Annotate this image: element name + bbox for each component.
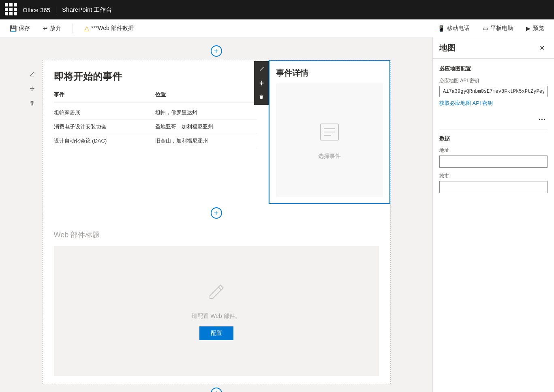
trash-icon bbox=[259, 94, 264, 100]
edit-section-button[interactable] bbox=[26, 68, 38, 80]
event-detail-webpart: 事件详情 选择事件 bbox=[269, 60, 390, 204]
city-input[interactable] bbox=[439, 181, 548, 193]
toolbar: 💾 保存 ↩ 放弃 △ ***Web 部件数据 📱 移动电话 ▭ 平板电脑 ▶ … bbox=[0, 19, 554, 37]
right-panel-body: 必应地图配置 必应地图 API 密钥 获取必应地图 API 密钥 ⋯ 数据 地址… bbox=[433, 59, 554, 392]
trash-icon bbox=[29, 100, 35, 106]
mobile-icon: 📱 bbox=[438, 25, 445, 32]
event-detail-placeholder-text: 选择事件 bbox=[318, 153, 341, 160]
canvas-area: + bbox=[0, 37, 432, 392]
table-row[interactable]: 坦帕家居展 坦帕，佛罗里达州 bbox=[54, 106, 257, 120]
address-label: 地址 bbox=[439, 147, 548, 154]
webpart-move-button[interactable] bbox=[255, 77, 268, 89]
webpart-delete-button[interactable] bbox=[255, 90, 268, 103]
canvas-inner: + bbox=[0, 37, 432, 392]
edit-icon bbox=[259, 66, 264, 72]
app-name: Office 365 bbox=[23, 6, 56, 13]
right-panel-close-button[interactable]: ✕ bbox=[536, 42, 548, 53]
col-location-header: 位置 bbox=[155, 91, 257, 98]
move-icon bbox=[29, 86, 35, 92]
main-layout: + bbox=[0, 37, 554, 392]
address-input[interactable] bbox=[439, 156, 548, 168]
left-side-panel bbox=[26, 68, 38, 109]
event-location: 坦帕，佛罗里达州 bbox=[155, 109, 257, 116]
tablet-icon: ▭ bbox=[483, 25, 488, 32]
preview-button[interactable]: ▶ 预览 bbox=[523, 23, 548, 34]
map-webpart-title: Web 部件标题 bbox=[54, 230, 379, 240]
event-detail-title: 事件详情 bbox=[276, 68, 383, 79]
table-row[interactable]: 设计自动化会议 (DAC) 旧金山，加利福尼亚州 bbox=[54, 134, 257, 148]
map-placeholder: 请配置 Web 部件。 配置 bbox=[54, 246, 379, 376]
events-webpart-title: 即将开始的事件 bbox=[54, 70, 257, 83]
webpart-edit-button[interactable] bbox=[255, 63, 268, 76]
events-table: 事件 位置 坦帕家居展 坦帕，佛罗里达州 消费电子设计安装协会 圣地亚哥，加利福… bbox=[54, 91, 257, 148]
event-location: 圣地亚哥，加利福尼亚州 bbox=[155, 123, 257, 130]
toolbar-separator bbox=[73, 23, 73, 33]
city-label: 城市 bbox=[439, 173, 548, 179]
pencil-icon bbox=[29, 71, 35, 77]
top-nav: Office 365 SharePoint 工作台 bbox=[0, 0, 554, 19]
delete-section-button[interactable] bbox=[26, 98, 38, 109]
events-table-header: 事件 位置 bbox=[54, 91, 257, 102]
event-location: 旧金山，加利福尼亚州 bbox=[155, 137, 257, 145]
event-name: 消费电子设计安装协会 bbox=[54, 123, 156, 130]
move-icon bbox=[259, 80, 264, 86]
map-placeholder-text: 请配置 Web 部件。 bbox=[192, 313, 240, 320]
map-config-button[interactable]: 配置 bbox=[199, 326, 233, 340]
more-dots-icon: ⋯ bbox=[538, 115, 546, 124]
event-detail-placeholder: 选择事件 bbox=[276, 83, 383, 197]
tablet-view-button[interactable]: ▭ 平板电脑 bbox=[479, 23, 516, 34]
close-icon: ✕ bbox=[539, 44, 545, 52]
events-webpart: 即将开始的事件 事件 位置 坦帕家居展 坦帕，佛罗里达州 消费电 bbox=[43, 60, 269, 204]
right-panel-header: 地图 ✕ bbox=[433, 37, 554, 59]
undo-icon: ↩ bbox=[43, 25, 48, 32]
add-row-top-button[interactable]: + bbox=[211, 45, 222, 57]
discard-button[interactable]: ↩ 放弃 bbox=[40, 23, 64, 34]
right-panel: 地图 ✕ 必应地图配置 必应地图 API 密钥 获取必应地图 API 密钥 ⋯ … bbox=[432, 37, 554, 392]
map-webpart-row: Web 部件标题 请配置 Web 部件。 配置 bbox=[43, 222, 390, 384]
more-options-button[interactable]: ⋯ bbox=[536, 113, 548, 125]
table-row[interactable]: 消费电子设计安装协会 圣地亚哥，加利福尼亚州 bbox=[54, 120, 257, 134]
web-part-row: 即将开始的事件 事件 位置 坦帕家居展 坦帕，佛罗里达州 消费电 bbox=[43, 60, 390, 204]
webpart-warning-button[interactable]: △ ***Web 部件数据 bbox=[81, 23, 137, 34]
event-list-icon bbox=[318, 121, 341, 148]
toolbar-right: 📱 移动电话 ▭ 平板电脑 ▶ 预览 bbox=[434, 23, 548, 34]
add-row-bottom-button[interactable]: + bbox=[211, 388, 222, 392]
get-api-key-link[interactable]: 获取必应地图 API 密钥 bbox=[439, 100, 548, 107]
webpart-toolbar bbox=[254, 61, 269, 105]
api-key-input[interactable] bbox=[439, 86, 548, 97]
waffle-menu-icon[interactable] bbox=[5, 3, 18, 16]
move-section-button[interactable] bbox=[26, 83, 38, 94]
save-icon: 💾 bbox=[10, 25, 17, 32]
save-button[interactable]: 💾 保存 bbox=[6, 23, 33, 34]
add-row-mid-button[interactable]: + bbox=[211, 207, 222, 219]
event-name: 坦帕家居展 bbox=[54, 109, 156, 116]
svg-line-4 bbox=[218, 287, 221, 290]
event-detail-content: 事件详情 选择事件 bbox=[270, 61, 389, 203]
panel-divider bbox=[439, 130, 548, 130]
api-key-label: 必应地图 API 密钥 bbox=[439, 77, 548, 84]
add-row-mid: + bbox=[43, 204, 390, 222]
page-content: 即将开始的事件 事件 位置 坦帕家居展 坦帕，佛罗里达州 消费电 bbox=[42, 60, 391, 384]
site-name: SharePoint 工作台 bbox=[56, 6, 112, 14]
mobile-view-button[interactable]: 📱 移动电话 bbox=[434, 23, 473, 34]
map-pencil-icon bbox=[206, 282, 227, 306]
right-panel-title: 地图 bbox=[439, 43, 456, 53]
warning-icon: △ bbox=[84, 24, 89, 32]
col-event-header: 事件 bbox=[54, 91, 156, 98]
bing-section-title: 必应地图配置 bbox=[439, 65, 548, 72]
preview-icon: ▶ bbox=[526, 25, 530, 32]
event-name: 设计自动化会议 (DAC) bbox=[54, 137, 156, 145]
data-section-title: 数据 bbox=[439, 135, 548, 142]
